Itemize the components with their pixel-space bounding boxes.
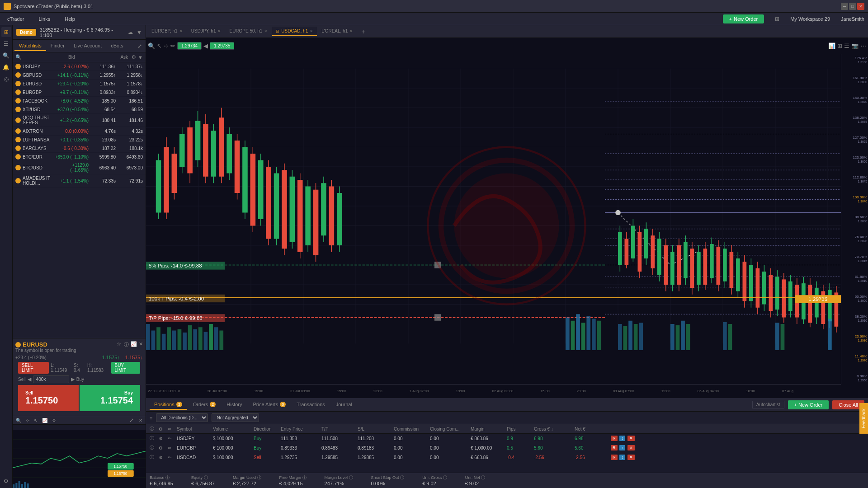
- close-tab-usdjpy[interactable]: ✕: [217, 29, 221, 33]
- crosshair-icon[interactable]: ⊹: [164, 42, 169, 49]
- sidebar-icon-watchlist[interactable]: ☰: [1, 39, 11, 49]
- info-icon[interactable]: ⓘ: [124, 341, 129, 348]
- cloud-icon[interactable]: ☁: [128, 29, 133, 35]
- tab-price-alerts[interactable]: Price Alerts 0: [249, 400, 291, 410]
- close-tab-usdcad[interactable]: ✕: [310, 29, 313, 33]
- settings-icon[interactable]: ⚙: [132, 54, 136, 60]
- indicator-icon[interactable]: 📊: [828, 42, 835, 49]
- list-item[interactable]: GBPUSD +14.1 (+0.11%) 1.2955↑ 1.2958↓: [13, 71, 146, 80]
- zoom-icon[interactable]: 🔍: [148, 42, 155, 49]
- list-item[interactable]: BTC/USD +1129.0 (+1.65%) 6963.40 6973.00: [13, 161, 146, 174]
- tab-orders[interactable]: Orders 2: [189, 400, 221, 410]
- close-button[interactable]: ✕: [857, 3, 864, 10]
- list-item[interactable]: AMADEUS IT HOLDI... +1.1 (+1.54%) 72.33s…: [13, 174, 146, 188]
- expand-button[interactable]: ⤢: [136, 43, 144, 49]
- list-item[interactable]: XTI/USD +37.0 (+0.54%) 68.54 68.59: [13, 105, 146, 114]
- aggregation-filter[interactable]: Not Aggregated: [212, 413, 259, 422]
- close-position-button[interactable]: R: [611, 436, 618, 441]
- reverse-position-button[interactable]: ↕: [619, 455, 625, 460]
- list-item[interactable]: QQQ TRUST SERES +1.2 (+0.65%) 180.41 181…: [13, 114, 146, 127]
- buy-limit-button[interactable]: BUY LIMIT: [111, 362, 140, 374]
- new-order-bottom-button[interactable]: + New Order: [788, 400, 829, 409]
- chart-tab-eurgbp[interactable]: EURGBP, h1 ✕: [148, 27, 187, 36]
- maximize-button[interactable]: □: [849, 3, 856, 10]
- price-display2-button[interactable]: 1.29735: [210, 42, 234, 50]
- menu-ctrader[interactable]: cTrader: [4, 14, 28, 23]
- table-row[interactable]: ⓘ ⚙ ✏ USDCAD $ 100,000 Sell 1.29735 1.29…: [146, 453, 868, 462]
- buy-button[interactable]: Buy 1.15754: [80, 385, 140, 411]
- chart-icon[interactable]: ⊞: [775, 16, 779, 22]
- close-tab-eurgbp[interactable]: ✕: [179, 29, 183, 33]
- draw-icon[interactable]: ✏: [170, 42, 175, 49]
- chart-tab-loreal[interactable]: L'OREAL, h1 ✕: [318, 27, 357, 36]
- close-symbol-icon[interactable]: ✕: [139, 341, 143, 348]
- list-item[interactable]: USDJPY -2.6 (-0.02%) 111.36↑ 111.37↓: [13, 62, 146, 71]
- mc-line-icon[interactable]: 📈: [41, 418, 49, 423]
- list-item[interactable]: EURUSD +23.4 (+0.20%) 1.1575↑ 1.1578↓: [13, 80, 146, 88]
- tab-cbots[interactable]: cBots: [106, 41, 128, 51]
- sidebar-icon-search[interactable]: ◎: [1, 74, 11, 84]
- close-position-button[interactable]: R: [611, 455, 618, 460]
- new-order-button[interactable]: + New Order: [723, 14, 764, 23]
- mc-settings-icon[interactable]: ⚙: [51, 418, 57, 423]
- sidebar-icon-settings[interactable]: ⚙: [1, 476, 11, 486]
- list-item[interactable]: BARCLAYS -0.6 (-0.30%) 187.22 188.1k: [13, 144, 146, 153]
- reverse-position-button[interactable]: ↕: [619, 445, 625, 450]
- cancel-position-button[interactable]: ✕: [627, 445, 635, 450]
- tab-history[interactable]: History: [222, 400, 246, 410]
- tab-positions[interactable]: Positions 3: [150, 400, 187, 410]
- list-item[interactable]: LUFTHANSA +0.1 (+0.35%) 23.08s 23.22s: [13, 136, 146, 144]
- minimize-button[interactable]: ─: [841, 3, 848, 10]
- close-position-button[interactable]: R: [611, 445, 618, 450]
- list-item[interactable]: FACEBOOK +8.0 (+4.52%) 185.00 186.51: [13, 97, 146, 105]
- close-tab-loreal[interactable]: ✕: [349, 29, 353, 33]
- chart-tab-usdcad[interactable]: ⊡ USDCAD, h1 ✕: [272, 27, 317, 36]
- menu-help[interactable]: Help: [61, 14, 79, 23]
- mc-expand-icon[interactable]: ⤢: [127, 417, 136, 423]
- mc-crosshair-icon[interactable]: ⊹: [24, 418, 31, 423]
- list-item[interactable]: AIXTRON 0.0 (0.00%) 4.76s 4.32s: [13, 127, 146, 136]
- expand-watchlist-icon[interactable]: ▼: [138, 55, 143, 60]
- cursor-icon[interactable]: ↖: [157, 42, 162, 49]
- window-controls[interactable]: ─ □ ✕: [841, 3, 864, 10]
- tab-journal[interactable]: Journal: [331, 400, 357, 410]
- tab-watchlists[interactable]: Watchlists: [14, 41, 46, 51]
- sidebar-icon-finder[interactable]: 🔍: [1, 51, 11, 61]
- chart-tab-europe50[interactable]: EUROPE 50, h1 ✕: [226, 27, 271, 36]
- tab-live-account[interactable]: Live Account: [69, 41, 106, 51]
- detach-icon[interactable]: ⊡: [276, 29, 279, 33]
- mc-zoom-icon[interactable]: 🔍: [14, 418, 23, 423]
- add-chart-tab-button[interactable]: +: [358, 28, 368, 35]
- list-item[interactable]: EURGBP +9.7 (+0.11%) 0.8933↑ 0.8934↓: [13, 88, 146, 97]
- tab-finder[interactable]: Finder: [46, 41, 69, 51]
- mc-close-icon[interactable]: ✕: [137, 418, 144, 423]
- sell-button[interactable]: Sell 1.15750: [18, 385, 79, 411]
- autochartist-button[interactable]: Autochartist: [752, 401, 784, 408]
- table-row[interactable]: ⓘ ⚙ ✏ USDJPY $ 100,000 Buy 111.358 111.5…: [146, 434, 868, 443]
- cancel-position-button[interactable]: ✕: [627, 455, 635, 460]
- camera-icon[interactable]: 📷: [851, 42, 859, 49]
- sidebar-icon-home[interactable]: ⊞: [1, 27, 11, 37]
- close-tab-europe50[interactable]: ✕: [264, 29, 268, 33]
- sidebar-icon-alerts[interactable]: 🔔: [1, 62, 11, 72]
- quantity-input[interactable]: [33, 375, 69, 383]
- sell-limit-button[interactable]: SELL LIMIT: [18, 362, 49, 374]
- list-item[interactable]: BTC/EUR +650.0 (+1.10%) 5999.80 6493.60: [13, 153, 146, 161]
- tab-transactions[interactable]: Transactions: [292, 400, 330, 410]
- more-icon[interactable]: ⋯: [860, 42, 866, 49]
- table-row[interactable]: ⓘ ⚙ ✏ EURGBP € 100,000 Buy 0.89333 0.894…: [146, 443, 868, 453]
- account-menu-icon[interactable]: ▼: [137, 29, 142, 36]
- direction-filter[interactable]: All Directions (D...: [156, 413, 208, 422]
- template-icon[interactable]: ☰: [844, 42, 849, 49]
- favorite-icon[interactable]: ☆: [117, 341, 121, 348]
- chart-symbol-icon[interactable]: 📈: [131, 341, 137, 348]
- feedback-button[interactable]: Feedback: [859, 403, 868, 434]
- price-display-button[interactable]: 1.29734: [177, 42, 202, 50]
- workspace-label[interactable]: My Workspace 29: [790, 16, 830, 22]
- reverse-position-button[interactable]: ↕: [619, 436, 625, 441]
- chart-prev-icon[interactable]: ◀: [203, 42, 208, 49]
- mc-cursor-icon[interactable]: ↖: [33, 418, 39, 423]
- chart-tab-usdjpy[interactable]: USDJPY, h1 ✕: [188, 27, 225, 36]
- cancel-position-button[interactable]: ✕: [627, 436, 635, 441]
- menu-links[interactable]: Links: [35, 14, 54, 23]
